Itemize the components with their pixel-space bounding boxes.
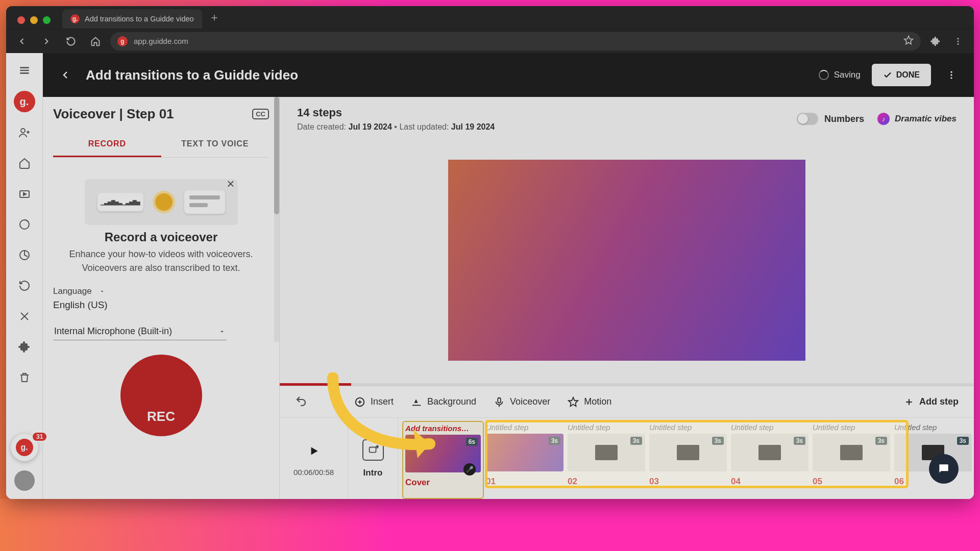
svg-point-3	[958, 43, 959, 44]
clip-title: Untitled step	[649, 423, 727, 432]
voiceover-illustration: × ▁▃▅▇▅▃▁▃▅▇▅	[85, 179, 238, 225]
slide-preview[interactable]	[448, 160, 805, 361]
svg-point-7	[21, 129, 25, 133]
app-back-icon[interactable]	[56, 66, 75, 84]
tab-record[interactable]: RECORD	[53, 132, 161, 157]
clip-02[interactable]: Untitled step 3s 02	[566, 421, 647, 499]
browser-toolbar: g app.guidde.com	[6, 29, 974, 53]
svg-point-18	[950, 77, 952, 79]
captions-button[interactable]: CC	[252, 109, 269, 119]
card-heading: Record a voiceover	[53, 230, 269, 244]
add-intro-button[interactable]: +	[362, 439, 384, 461]
close-icon[interactable]: ×	[227, 176, 234, 192]
card-text: Enhance your how-to videos with voiceove…	[53, 247, 269, 275]
home-nav-icon[interactable]	[14, 153, 35, 173]
steps-count: 14 steps	[297, 106, 783, 119]
clip-duration: 3s	[712, 437, 724, 445]
clip-label: Cover	[405, 478, 481, 488]
clip-duration: 3s	[957, 437, 969, 445]
new-tab-button[interactable]: ＋	[205, 8, 224, 27]
brand-logo[interactable]: g.	[14, 91, 35, 112]
star-icon[interactable]	[903, 35, 914, 47]
clip-title: Add transitions…	[405, 424, 481, 433]
meta-dates: Date created: Jul 19 2024 • Last updated…	[297, 122, 783, 132]
clip-cover[interactable]: Add transitions… 6s 🎤 Cover	[402, 421, 484, 499]
clip-number: 05	[813, 477, 890, 487]
clip-05[interactable]: Untitled step 3s 05	[811, 421, 892, 499]
svg-point-1	[958, 38, 959, 39]
clip-duration: 3s	[549, 437, 560, 445]
motion-button[interactable]: Motion	[568, 396, 611, 408]
background-button[interactable]: Background	[411, 396, 476, 408]
add-step-button[interactable]: Add step	[904, 396, 959, 407]
saving-status: Saving	[819, 70, 861, 80]
insert-button[interactable]: Insert	[354, 396, 394, 408]
analytics-icon[interactable]	[14, 245, 35, 265]
home-icon[interactable]	[86, 32, 105, 51]
svg-marker-0	[904, 36, 913, 44]
record-button[interactable]: REC	[120, 355, 202, 436]
clip-01[interactable]: Untitled step 3s 01	[484, 421, 566, 499]
done-button[interactable]: DONE	[872, 64, 931, 86]
language-dropdown[interactable]: Language	[53, 286, 105, 296]
window-traffic-lights[interactable]	[17, 16, 51, 24]
clip-number: 02	[568, 477, 645, 487]
voiceover-button[interactable]: Voiceover	[494, 396, 550, 408]
puzzle-icon[interactable]	[14, 337, 35, 357]
svg-rect-28	[369, 447, 376, 452]
intro-label: Intro	[363, 468, 383, 478]
clip-title: Untitled step	[813, 423, 890, 432]
browser-menu-icon[interactable]	[948, 32, 968, 51]
clip-title: Untitled step	[731, 423, 808, 432]
hamburger-icon[interactable]	[14, 60, 35, 81]
tab-text-to-voice[interactable]: TEXT TO VOICE	[161, 132, 270, 157]
svg-marker-11	[23, 193, 26, 195]
svg-text:+: +	[376, 444, 378, 449]
invite-icon[interactable]	[14, 122, 35, 143]
play-button[interactable]	[303, 440, 325, 462]
app-header: Add transitions to a Guidde video Saving…	[43, 53, 974, 97]
reload-icon[interactable]	[61, 32, 81, 51]
soundtrack-chip[interactable]: ♪Dramatic vibes	[877, 113, 957, 125]
undo-icon[interactable]	[295, 395, 307, 409]
clip-04[interactable]: Untitled step 3s 04	[729, 421, 811, 499]
browser-tab[interactable]: g. Add transitions to a Guidde video	[62, 9, 202, 29]
microphone-select[interactable]: Internal Microphone (Built-in)	[53, 323, 227, 340]
left-rail: g. g. 31	[6, 53, 43, 499]
timeline: 00:06/00:58 + Intro Add transitions… 6s …	[280, 417, 974, 499]
design-icon[interactable]	[14, 306, 35, 327]
site-logo-icon: g	[117, 36, 128, 46]
videos-icon[interactable]	[14, 184, 35, 204]
clip-title: Untitled step	[894, 423, 972, 432]
scrollbar-thumb[interactable]	[274, 97, 279, 214]
svg-point-16	[950, 71, 952, 73]
svg-rect-22	[498, 397, 501, 403]
history-icon[interactable]	[14, 276, 35, 296]
clip-number: 03	[649, 477, 727, 487]
extensions-icon[interactable]	[926, 32, 945, 51]
trash-icon[interactable]	[14, 367, 35, 388]
clip-mic-icon: 🎤	[463, 463, 476, 475]
editor-toolbar: Insert Background Voiceover Motion Add s…	[280, 386, 974, 417]
address-bar[interactable]: g app.guidde.com	[110, 32, 921, 51]
panel-title: Voiceover | Step 01	[53, 106, 174, 122]
language-value: English (US)	[53, 299, 269, 311]
svg-marker-27	[311, 447, 317, 455]
forward-icon[interactable]	[37, 32, 56, 51]
voiceover-panel: Voiceover | Step 01 CC RECORD TEXT TO VO…	[43, 97, 280, 499]
clip-03[interactable]: Untitled step 3s 03	[647, 421, 729, 499]
clip-duration: 6s	[466, 438, 478, 446]
chat-fab[interactable]	[929, 454, 959, 484]
user-avatar[interactable]	[14, 470, 35, 491]
numbers-label: Numbers	[824, 114, 864, 124]
editor-area: 14 steps Date created: Jul 19 2024 • Las…	[280, 97, 974, 499]
favicon-icon: g.	[70, 14, 80, 23]
svg-marker-24	[569, 397, 578, 406]
music-note-icon: ♪	[877, 113, 890, 125]
app-more-icon[interactable]	[942, 66, 961, 84]
numbers-toggle[interactable]	[797, 113, 818, 125]
insights-icon[interactable]	[14, 214, 35, 235]
time-display: 00:06/00:58	[293, 468, 334, 477]
back-icon[interactable]	[12, 32, 32, 51]
playback-progress[interactable]	[280, 383, 974, 386]
